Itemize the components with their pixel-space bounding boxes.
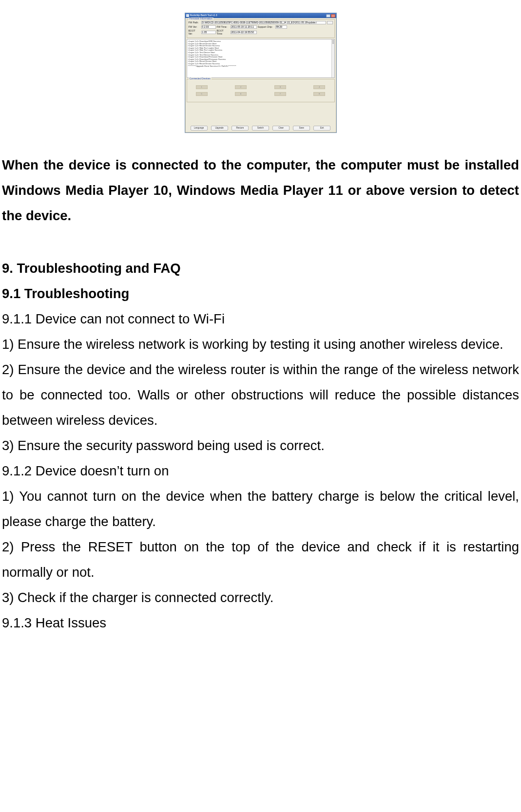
app-icon	[186, 14, 189, 17]
restore-button[interactable]: Restore	[232, 126, 249, 131]
support-chip-field: RK29	[275, 25, 287, 29]
fw-path-label: FW Path:	[189, 21, 200, 24]
device-slot: 8	[313, 92, 325, 96]
boot-time-label: BOOT Time:	[217, 30, 230, 35]
device-slot: 5	[196, 92, 208, 96]
intro-paragraph: When the device is connected to the comp…	[2, 152, 519, 228]
switch-button[interactable]: Switch	[252, 126, 269, 131]
connected-devices-group: Connected Devices 1 2 3 4 5 6 7 8	[187, 79, 335, 102]
boot-ver-label: BOOT Ver:	[189, 30, 200, 35]
section-heading-9-1: 9.1 Troubleshooting	[2, 281, 519, 306]
upgrade-button[interactable]: Upgrade	[211, 126, 228, 131]
fw-time-label: FW Time:	[217, 26, 230, 29]
fw-time-field: 2011-05-19 11:20:11	[231, 25, 257, 29]
subsection-9-1-1-title: 9.1.1 Device can not connect to Wi-Fi	[2, 306, 519, 332]
item-9-1-1-2: 2) Ensure the device and the wireless ro…	[2, 357, 519, 433]
save-button[interactable]: Save	[293, 126, 310, 131]
item-9-1-1-3: 3) Ensure the security password being us…	[2, 433, 519, 458]
minimize-icon[interactable]	[326, 14, 330, 18]
section-heading-9: 9. Troubleshooting and FAQ	[2, 256, 519, 281]
language-button[interactable]: Language	[191, 126, 208, 131]
firmware-info-group: Firmware Information FW Path: D:\MID\CD-…	[187, 19, 335, 38]
log-line: **********Upgrade Done Success<1> Fail<0…	[188, 65, 333, 68]
device-slot: 6	[235, 92, 247, 96]
subsection-9-1-2-title: 9.1.2 Device doesn’t turn on	[2, 458, 519, 484]
fw-ver-label: FW Ver:	[189, 26, 200, 29]
browse-button[interactable]	[327, 21, 333, 24]
subsection-9-1-3-title: 9.1.3 Heat Issues	[2, 610, 519, 630]
device-slot: 2	[235, 85, 247, 89]
scrollbar[interactable]	[331, 39, 334, 77]
fw-ver-field: 0.2.03	[201, 25, 216, 29]
log-box: <Layer 1-4> Download IDB Success <Layer …	[187, 39, 335, 78]
close-icon[interactable]	[331, 14, 335, 18]
boot-time-field: 2011-04-22 19:55:50	[231, 31, 257, 34]
item-9-1-2-3: 3) Check if the charger is connected cor…	[2, 585, 519, 610]
item-9-1-1-1: 1) Ensure the wireless network is workin…	[2, 332, 519, 357]
item-9-1-2-1: 1) You cannot turn on the device when th…	[2, 484, 519, 534]
support-chip-label: Support Chip:	[258, 26, 274, 29]
button-row: Language Upgrade Restore Switch Clear Sa…	[185, 126, 336, 131]
device-slot: 3	[274, 85, 286, 89]
exit-button[interactable]: Exit	[313, 126, 330, 131]
firmware-group-label: Firmware Information	[189, 18, 213, 20]
tool-window: Rockchip Batch Tool v1.3 Firmware Inform…	[185, 13, 337, 133]
device-slot: 7	[274, 92, 286, 96]
clear-button[interactable]: Clear	[272, 126, 289, 131]
device-slot: 1	[196, 85, 208, 89]
connected-devices-label: Connected Devices	[189, 77, 212, 80]
boot-ver-field: 1.05	[201, 31, 216, 34]
item-9-1-2-2: 2) Press the RESET button on the top of …	[2, 534, 519, 585]
fw-path-field[interactable]: D:\MID\CD-20110508105FC-8001-0038-11ET90…	[201, 21, 326, 24]
window-title: Rockchip Batch Tool v1.3	[190, 14, 326, 17]
device-slot: 4	[313, 85, 325, 89]
